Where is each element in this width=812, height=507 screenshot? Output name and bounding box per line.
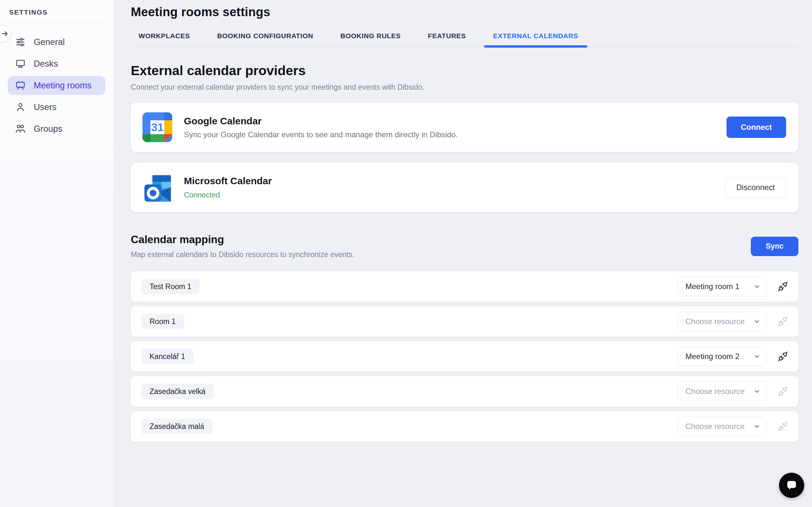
- providers-section-subtitle: Connect your external calendar providers…: [131, 83, 798, 92]
- external-calendar-chip: Test Room 1: [141, 279, 200, 294]
- monitor-icon: [15, 58, 26, 69]
- provider-info: Google Calendar Sync your Google Calenda…: [184, 116, 458, 139]
- mapping-section-header: Calendar mapping Map external calendars …: [131, 233, 798, 259]
- resource-select[interactable]: Meeting room 2: [677, 347, 767, 366]
- plug-connected-icon[interactable]: [776, 315, 789, 328]
- mapping-row: Zasedačka malá Choose resource: [131, 411, 798, 442]
- plug-connected-icon[interactable]: [776, 385, 789, 398]
- external-calendar-chip: Room 1: [141, 314, 184, 329]
- provider-card-microsoft: Microsoft Calendar Connected Disconnect: [131, 163, 798, 212]
- plug-connected-icon[interactable]: [776, 280, 789, 293]
- settings-sidebar: SETTINGS General Desks Meeting rooms: [0, 0, 113, 507]
- chevron-down-icon: [753, 283, 760, 290]
- sidebar-item-label: General: [34, 37, 65, 47]
- sidebar-item-label: Desks: [34, 59, 58, 69]
- mapping-row: Zasedačka velká Choose resource: [131, 376, 798, 407]
- resource-select[interactable]: Meeting room 1: [677, 277, 767, 296]
- provider-status: Connected: [184, 191, 272, 200]
- sidebar-nav: General Desks Meeting rooms Users: [8, 33, 106, 138]
- page-title: Meeting rooms settings: [131, 5, 798, 19]
- google-calendar-icon: 31: [142, 112, 172, 142]
- adjustments-icon: [15, 37, 26, 48]
- provider-info: Microsoft Calendar Connected: [184, 175, 272, 200]
- provider-name: Google Calendar: [184, 116, 458, 127]
- main-content: Meeting rooms settings WORKPLACES BOOKIN…: [113, 0, 812, 507]
- external-calendar-chip: Kancelář 1: [141, 349, 193, 364]
- user-icon: [15, 102, 26, 113]
- tab-features[interactable]: FEATURES: [428, 32, 466, 46]
- svg-text:31: 31: [151, 121, 164, 133]
- provider-card-google: 31 Google Calendar Sync your Google Cale…: [131, 103, 798, 152]
- sidebar-section-label: SETTINGS: [8, 8, 106, 16]
- chat-button[interactable]: [779, 473, 804, 498]
- sidebar-item-label: Groups: [34, 124, 62, 134]
- sidebar-item-label: Meeting rooms: [34, 80, 92, 91]
- chevron-down-icon: [753, 353, 760, 360]
- chevron-down-icon: [753, 423, 760, 430]
- disconnect-button[interactable]: Disconnect: [725, 177, 786, 198]
- calendar-mapping-list: Test Room 1 Meeting room 1 Room 1 Choose…: [131, 271, 798, 442]
- tab-booking-configuration[interactable]: BOOKING CONFIGURATION: [217, 32, 313, 46]
- app-window: SETTINGS General Desks Meeting rooms: [0, 0, 812, 507]
- chevron-down-icon: [753, 388, 760, 395]
- plug-connected-icon[interactable]: [776, 350, 789, 363]
- tab-workplaces[interactable]: WORKPLACES: [138, 32, 190, 46]
- connect-button[interactable]: Connect: [727, 117, 786, 138]
- plug-connected-icon[interactable]: [776, 420, 789, 433]
- resource-select[interactable]: Choose resource: [677, 312, 767, 331]
- presentation-board-icon: [15, 80, 26, 91]
- resource-select[interactable]: Choose resource: [677, 382, 767, 401]
- external-calendar-chip: Zasedačka velká: [141, 384, 214, 399]
- sidebar-item-label: Users: [34, 102, 57, 112]
- outlook-calendar-icon: [142, 173, 172, 202]
- mapping-section-title: Calendar mapping: [131, 233, 751, 246]
- providers-section-title: External calendar providers: [131, 63, 798, 78]
- mapping-section-subtitle: Map external calendars to Dibsido resour…: [131, 250, 751, 259]
- mapping-row: Room 1 Choose resource: [131, 306, 798, 337]
- sidebar-item-users[interactable]: Users: [8, 98, 106, 117]
- provider-description: Sync your Google Calendar events to see …: [184, 130, 458, 139]
- users-icon: [15, 123, 26, 134]
- mapping-row: Kancelář 1 Meeting room 2: [131, 341, 798, 372]
- external-calendar-chip: Zasedačka malá: [141, 418, 213, 434]
- sidebar-divider: [8, 23, 106, 23]
- sidebar-item-desks[interactable]: Desks: [8, 54, 106, 73]
- tab-external-calendars[interactable]: EXTERNAL CALENDARS: [493, 32, 578, 46]
- tab-bar: WORKPLACES BOOKING CONFIGURATION BOOKING…: [131, 32, 798, 47]
- sidebar-item-meeting-rooms[interactable]: Meeting rooms: [8, 76, 106, 95]
- chat-bubble-icon: [785, 479, 798, 492]
- sidebar-item-general[interactable]: General: [8, 33, 106, 52]
- resource-select[interactable]: Choose resource: [677, 417, 767, 436]
- arrow-right-icon: [1, 30, 9, 38]
- tab-booking-rules[interactable]: BOOKING RULES: [340, 32, 401, 46]
- chevron-down-icon: [753, 318, 760, 325]
- sync-button[interactable]: Sync: [751, 237, 798, 256]
- provider-name: Microsoft Calendar: [184, 175, 272, 186]
- mapping-row: Test Room 1 Meeting room 1: [131, 271, 798, 302]
- sidebar-item-groups[interactable]: Groups: [8, 119, 106, 138]
